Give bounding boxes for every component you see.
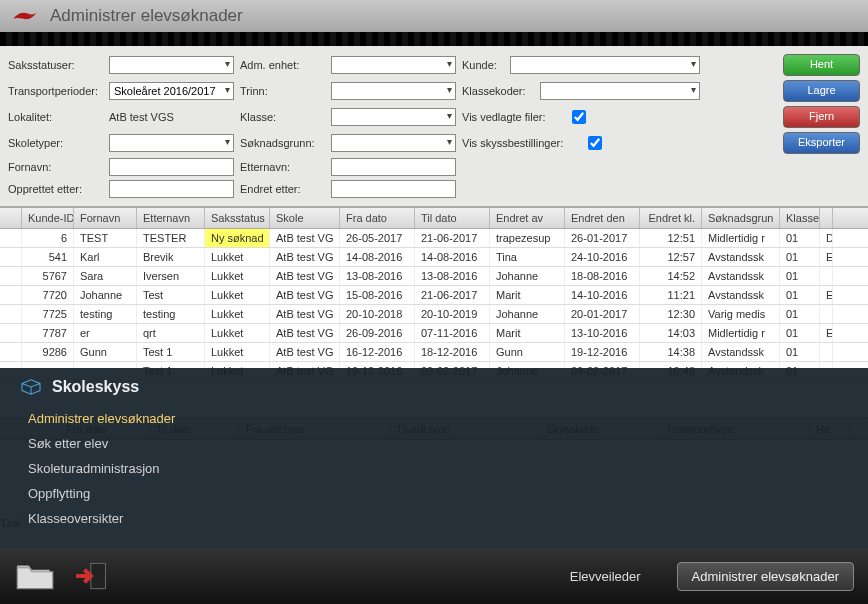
col-endret-av[interactable]: Endret av [490, 208, 565, 228]
col-til-dato[interactable]: Til dato [415, 208, 490, 228]
table-row[interactable]: 9286GunnTest 1LukketAtB test VG16-12-201… [0, 343, 868, 362]
col-endret-den[interactable]: Endret den [565, 208, 640, 228]
col-fornavn[interactable]: Fornavn [74, 208, 137, 228]
nav-item[interactable]: Administrer elevsøknader [28, 406, 868, 431]
table-row[interactable]: 5767SaraIversenLukketAtB test VG13-08-20… [0, 267, 868, 286]
nav-item[interactable]: Klasseoversikter [28, 506, 868, 531]
exit-icon[interactable] [74, 559, 116, 593]
select-klassekoder[interactable] [540, 82, 700, 100]
col-skole[interactable]: Skole [270, 208, 340, 228]
table-row[interactable]: 541KarlBrevikLukketAtB test VG14-08-2016… [0, 248, 868, 267]
label-opprettet-etter: Opprettet etter: [8, 183, 103, 195]
label-adm-enhet: Adm. enhet: [240, 59, 325, 71]
checkbox-vis-skyss[interactable] [588, 136, 602, 150]
titlebar: Administrer elevsøknader [0, 0, 868, 32]
col-fra-dato[interactable]: Fra dato [340, 208, 415, 228]
col-soknadsgrunn[interactable]: Søknadsgrun [702, 208, 780, 228]
col-saksstatus[interactable]: Saksstatus [205, 208, 270, 228]
col-kunde-id[interactable]: Kunde-ID [22, 208, 74, 228]
select-klasse[interactable] [331, 108, 456, 126]
label-endret-etter: Endret etter: [240, 183, 325, 195]
input-fornavn[interactable] [109, 158, 234, 176]
fjern-button[interactable]: Fjern [783, 106, 860, 128]
select-trinn[interactable] [331, 82, 456, 100]
label-klasse: Klasse: [240, 111, 325, 123]
label-kunde: Kunde: [462, 59, 504, 71]
hent-button[interactable]: Hent [783, 54, 860, 76]
label-saksstatuser: Saksstatuser: [8, 59, 103, 71]
label-skoletyper: Skoletyper: [8, 137, 103, 149]
decor-bar [0, 32, 868, 46]
lagre-button[interactable]: Lagre [783, 80, 860, 102]
nav-item[interactable]: Skoleturadministrasjon [28, 456, 868, 481]
folder-icon[interactable] [14, 559, 56, 593]
select-soknadsgrunn[interactable] [331, 134, 456, 152]
label-etternavn: Etternavn: [240, 161, 325, 173]
label-klassekoder: Klassekoder: [462, 85, 534, 97]
label-fornavn: Fornavn: [8, 161, 103, 173]
input-opprettet-etter[interactable] [109, 180, 234, 198]
administrer-button[interactable]: Administrer elevsøknader [677, 562, 854, 591]
cube-icon [20, 378, 42, 396]
overlay-title: Skoleskyss [52, 378, 139, 396]
label-lokalitet: Lokalitet: [8, 111, 103, 123]
eksporter-button[interactable]: Eksporter [783, 132, 860, 154]
nav-item[interactable]: Oppflytting [28, 481, 868, 506]
label-soknadsgrunn: Søknadsgrunn: [240, 137, 325, 149]
page-title: Administrer elevsøknader [50, 6, 243, 26]
value-lokalitet: AtB test VGS [109, 111, 234, 123]
table-row[interactable]: 6TESTTESTERNy søknadAtB test VG26-05-201… [0, 229, 868, 248]
col-endret-kl[interactable]: Endret kl. [640, 208, 702, 228]
logo-icon [12, 8, 38, 24]
nav-item[interactable]: Søk etter elev [28, 431, 868, 456]
main-grid: Kunde-ID Fornavn Etternavn Saksstatus Sk… [0, 207, 868, 381]
input-etternavn[interactable] [331, 158, 456, 176]
table-row[interactable]: 7787erqrtLukketAtB test VG26-09-201607-1… [0, 324, 868, 343]
label-trinn: Trinn: [240, 85, 325, 97]
select-skoletyper[interactable] [109, 134, 234, 152]
label-vis-vedlagte: Vis vedlagte filer: [462, 111, 562, 123]
select-saksstatuser[interactable] [109, 56, 234, 74]
label-transportperioder: Transportperioder: [8, 85, 103, 97]
select-transportperioder[interactable] [109, 82, 234, 100]
bottom-bar: Elevveileder Administrer elevsøknader [0, 548, 868, 604]
col-klasse[interactable]: Klasse [780, 208, 820, 228]
input-endret-etter[interactable] [331, 180, 456, 198]
elevveileder-link[interactable]: Elevveileder [570, 569, 641, 584]
label-vis-skyss: Vis skyssbestillinger: [462, 137, 578, 149]
table-row[interactable]: 7725testingtestingLukketAtB test VG20-10… [0, 305, 868, 324]
select-kunde[interactable] [510, 56, 700, 74]
nav-overlay: Skoleskyss Administrer elevsøknaderSøk e… [0, 368, 868, 558]
checkbox-vis-vedlagte[interactable] [572, 110, 586, 124]
col-etternavn[interactable]: Etternavn [137, 208, 205, 228]
select-adm-enhet[interactable] [331, 56, 456, 74]
table-row[interactable]: 7720JohanneTestLukketAtB test VG15-08-20… [0, 286, 868, 305]
filter-panel: Saksstatuser: Adm. enhet: Kunde: Hent Tr… [0, 46, 868, 207]
grid-header: Kunde-ID Fornavn Etternavn Saksstatus Sk… [0, 207, 868, 229]
